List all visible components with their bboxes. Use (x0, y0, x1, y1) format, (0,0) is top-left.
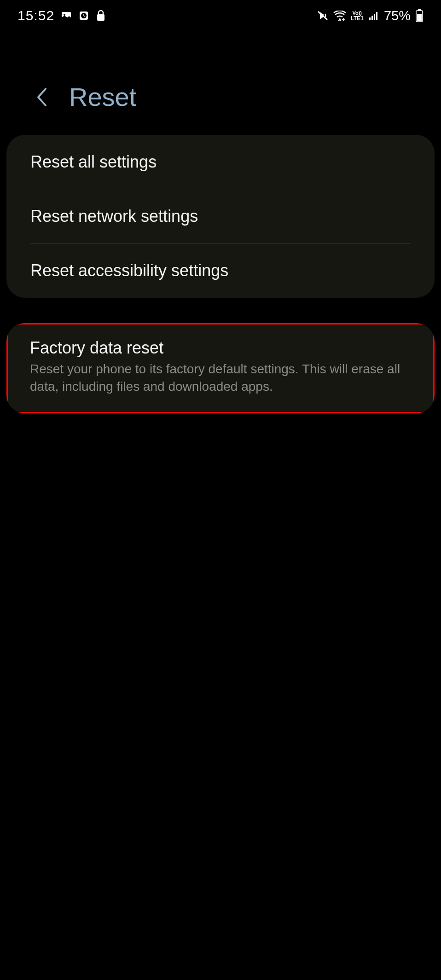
status-bar: 15:52 (0, 0, 441, 31)
signal-icon (368, 11, 379, 20)
svg-rect-7 (369, 17, 371, 20)
lte-indicator: Vo)) LTE1 (351, 11, 364, 21)
page-title: Reset (69, 82, 136, 112)
svg-rect-4 (97, 14, 104, 21)
svg-rect-8 (371, 16, 373, 20)
wifi-icon (333, 11, 346, 21)
svg-rect-9 (374, 14, 375, 20)
reset-network-settings[interactable]: Reset network settings (6, 189, 435, 244)
setting-title: Reset network settings (30, 207, 411, 226)
setting-title: Factory data reset (30, 338, 411, 358)
svg-point-6 (339, 18, 341, 20)
reset-accessibility-settings[interactable]: Reset accessibility settings (6, 244, 435, 298)
reset-all-settings[interactable]: Reset all settings (6, 135, 435, 189)
svg-point-1 (64, 14, 65, 16)
picture-icon (61, 10, 72, 21)
battery-icon (415, 9, 424, 22)
status-left: 15:52 (17, 8, 106, 23)
svg-rect-13 (417, 14, 422, 21)
reset-options-card: Reset all settings Reset network setting… (6, 135, 435, 298)
setting-description: Reset your phone to its factory default … (30, 360, 411, 395)
vibrate-icon (317, 10, 329, 21)
factory-reset-card: Factory data reset Reset your phone to i… (6, 323, 435, 413)
setting-title: Reset all settings (30, 152, 411, 172)
back-button[interactable] (32, 88, 51, 106)
status-right: Vo)) LTE1 75% (317, 8, 424, 23)
status-time: 15:52 (17, 8, 54, 23)
clock-icon (78, 10, 89, 21)
page-header: Reset (0, 64, 441, 135)
battery-percent: 75% (384, 8, 411, 23)
chevron-left-icon (35, 87, 47, 107)
setting-title: Reset accessibility settings (30, 261, 411, 280)
factory-data-reset[interactable]: Factory data reset Reset your phone to i… (6, 323, 435, 413)
svg-rect-10 (376, 12, 377, 20)
lock-icon (96, 10, 106, 22)
